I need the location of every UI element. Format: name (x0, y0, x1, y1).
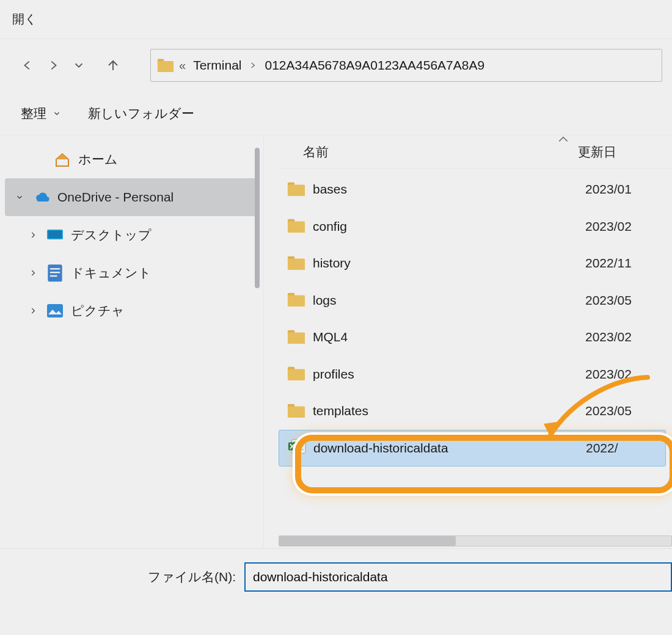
breadcrumb-prefix: « (179, 59, 186, 73)
svg-rect-12 (288, 222, 305, 233)
sidebar-item-pictures[interactable]: ピクチャ (0, 292, 263, 330)
horizontal-scrollbar[interactable] (279, 534, 672, 548)
file-name: download-historicaldata (313, 441, 448, 455)
sidebar-scrollbar[interactable] (255, 148, 260, 288)
file-date: 2023/05 (585, 404, 672, 418)
svg-rect-22 (288, 406, 305, 418)
svg-rect-16 (288, 296, 305, 307)
file-row[interactable]: profiles2023/02 (279, 356, 672, 393)
file-row[interactable]: bases2023/01 (279, 171, 672, 208)
sidebar-item-documents[interactable]: ドキュメント (0, 254, 263, 292)
toolbar: 整理 新しいフォルダー (0, 92, 672, 136)
svg-rect-5 (50, 268, 60, 269)
file-date: 2022/ (586, 441, 665, 455)
column-modified[interactable]: 更新日 (578, 143, 672, 161)
file-name: logs (313, 293, 337, 308)
folder-icon (287, 254, 305, 273)
file-name: profiles (313, 367, 354, 382)
forward-button[interactable] (43, 51, 64, 80)
file-date: 2023/02 (585, 330, 672, 344)
file-date: 2022/11 (585, 256, 672, 270)
svg-rect-7 (50, 275, 57, 276)
file-pane: 名前 更新日 bases2023/01 config2023/02 histor… (264, 136, 672, 548)
sidebar-label-onedrive: OneDrive - Personal (57, 190, 173, 205)
sidebar-item-onedrive[interactable]: OneDrive - Personal (5, 178, 258, 216)
file-name: templates (313, 404, 368, 418)
column-headers[interactable]: 名前 更新日 (279, 136, 672, 169)
file-name: history (313, 256, 351, 270)
onedrive-icon (33, 189, 50, 206)
sidebar-label-desktop: デスクトップ (71, 227, 152, 244)
file-row[interactable]: templates2023/05 (279, 393, 672, 430)
nav-row: « Terminal 012A34A5678A9A0123AA456A7A8A9 (0, 39, 672, 92)
folder-icon (287, 328, 305, 347)
recent-locations-button[interactable] (68, 51, 89, 80)
svg-rect-14 (288, 258, 305, 270)
folder-icon (287, 180, 305, 199)
file-row[interactable]: logs2023/05 (279, 282, 672, 319)
file-date: 2023/02 (585, 219, 672, 234)
chevron-down-icon[interactable] (13, 193, 26, 201)
chevron-right-icon[interactable] (249, 59, 257, 73)
file-row[interactable]: MQL42023/02 (279, 319, 672, 356)
back-button[interactable] (17, 51, 38, 80)
breadcrumb-seg-0[interactable]: Terminal (191, 58, 244, 73)
svg-rect-1 (158, 61, 173, 72)
sidebar: ホーム OneDrive - Personal デスクトップ (0, 136, 264, 548)
organize-menu[interactable]: 整理 (21, 105, 61, 122)
folder-icon (157, 57, 174, 74)
svg-rect-20 (288, 369, 305, 381)
folder-icon (287, 402, 305, 421)
file-row[interactable]: history2022/11 (279, 245, 672, 282)
file-date: 2023/05 (585, 293, 672, 308)
sidebar-item-home[interactable]: ホーム (0, 140, 263, 178)
footer: ファイル名(N): (0, 548, 672, 635)
new-folder-label: 新しいフォルダー (88, 105, 194, 122)
breadcrumb-seg-1[interactable]: 012A34A5678A9A0123AA456A7A8A9 (262, 58, 487, 73)
home-icon (54, 151, 71, 168)
breadcrumb[interactable]: « Terminal 012A34A5678A9A0123AA456A7A8A9 (150, 49, 662, 82)
desktop-icon (46, 227, 64, 244)
chevron-right-icon[interactable] (27, 307, 39, 315)
sidebar-label-pictures: ピクチャ (71, 302, 125, 319)
filename-input[interactable] (244, 562, 672, 592)
folder-icon (287, 217, 305, 236)
svg-rect-6 (50, 272, 60, 273)
file-list: bases2023/01 config2023/02 history2022/1… (279, 169, 672, 466)
folder-icon (287, 291, 305, 310)
titlebar: 開く (0, 0, 672, 39)
file-name: bases (313, 182, 347, 197)
chevron-right-icon[interactable] (27, 269, 39, 277)
file-row[interactable]: config2023/02 (279, 208, 672, 245)
sidebar-label-home: ホーム (78, 151, 118, 168)
organize-label: 整理 (21, 105, 46, 122)
sidebar-label-documents: ドキュメント (71, 264, 152, 281)
chevron-down-icon (53, 106, 61, 121)
sort-indicator-icon (557, 136, 569, 146)
file-date: 2023/02 (585, 367, 672, 382)
up-button[interactable] (103, 51, 123, 80)
svg-rect-3 (48, 231, 62, 238)
file-name: config (313, 219, 347, 234)
documents-icon (46, 264, 64, 281)
file-name: MQL4 (313, 330, 348, 344)
file-row[interactable]: download-historicaldata2022/ (279, 430, 666, 467)
filename-label: ファイル名(N): (0, 562, 244, 586)
svg-rect-10 (288, 184, 305, 196)
column-name[interactable]: 名前 (279, 143, 578, 161)
svg-rect-8 (47, 304, 63, 318)
excel-file-icon (288, 438, 306, 457)
chevron-right-icon[interactable] (27, 231, 39, 239)
svg-rect-18 (288, 332, 305, 344)
sidebar-item-desktop[interactable]: デスクトップ (0, 216, 263, 254)
window-title: 開く (12, 11, 37, 27)
pictures-icon (46, 302, 64, 319)
new-folder-button[interactable]: 新しいフォルダー (88, 105, 194, 122)
folder-icon (287, 365, 305, 383)
file-date: 2023/01 (585, 182, 672, 197)
